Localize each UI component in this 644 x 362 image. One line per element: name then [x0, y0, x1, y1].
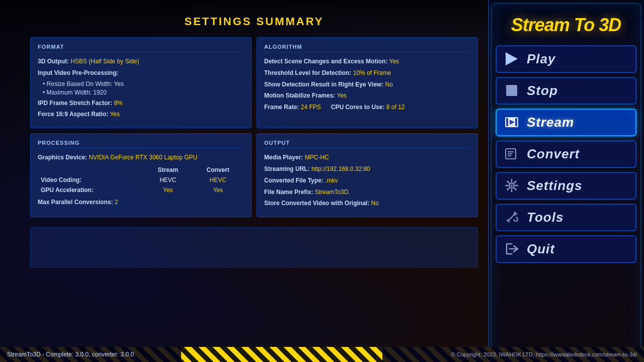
proc-col-convert: Convert — [192, 165, 244, 175]
play-button[interactable]: Play — [496, 45, 636, 73]
processing-card: PROCESSING Graphics Device: NVIDIA GeFor… — [30, 133, 252, 217]
format-force-label: Force 16:9 Aspect Ratio: — [38, 111, 108, 118]
quit-label: Quit — [527, 241, 555, 257]
output-prefix-label: File Name Prefix: — [264, 189, 313, 196]
algorithm-card-title: ALGORITHM — [264, 44, 470, 52]
algo-show-label: Show Detection Result in Right Eye View: — [264, 81, 383, 88]
svg-rect-1 — [506, 118, 508, 126]
convert-label: Convert — [527, 146, 580, 162]
output-store-row: Store Converted Video with Original: No — [264, 199, 470, 208]
format-ipd-label: IPD Frame Stretch Factor: — [38, 100, 112, 107]
algo-threshold-row: Threshold Level for Detection: 10% of Fr… — [264, 69, 470, 77]
proc-maxpar-row: Max Parallel Conversions: 2 — [38, 198, 244, 207]
output-card-title: OUTPUT — [264, 140, 470, 148]
settings-button[interactable]: Settings — [496, 172, 636, 200]
tools-button[interactable]: Tools — [496, 204, 636, 231]
bottom-placeholder — [30, 227, 478, 267]
right-panel: Stream To 3D Play Stop — [488, 0, 644, 362]
output-type-label: Converted File Type: — [264, 177, 324, 184]
algo-motion-label: Motion Stabilize Frames: — [264, 92, 335, 99]
format-output-value: HSBS (Half Side by Side) — [70, 58, 139, 65]
stop-icon — [497, 78, 527, 104]
algo-threshold-label: Threshold Level for Detection: — [264, 69, 351, 76]
algo-detect-value: Yes — [389, 58, 399, 65]
proc-gpu-row: GPU Acceleration: Yes Yes — [38, 185, 244, 195]
algo-detect-row: Detect Scene Changes and Excess Motion: … — [264, 57, 470, 66]
proc-video-row: Video Coding: HEVC HEVC — [38, 175, 244, 185]
algo-cores-value: 8 of 12 — [386, 104, 405, 111]
output-url-value: http://192.168.0.32:80 — [311, 165, 370, 172]
output-prefix-row: File Name Prefix: StreamTo3D. — [264, 188, 470, 197]
processing-card-title: PROCESSING — [38, 140, 244, 148]
output-url-label: Streaming URL: — [264, 165, 310, 172]
tools-label: Tools — [527, 210, 564, 225]
status-bar-left: StreamTo3D - Complete: 3.0.0, converter:… — [0, 347, 181, 362]
output-media-value: MPC-HC — [305, 154, 329, 161]
algo-fps-row: Frame Rate: 24 FPS CPU Cores to Use: 8 o… — [264, 103, 470, 112]
format-force-row: Force 16:9 Aspect Ratio: Yes — [38, 110, 244, 119]
settings-label: Settings — [527, 178, 583, 194]
proc-convert-gpu: Yes — [192, 185, 244, 195]
proc-video-label: Video Coding: — [38, 175, 144, 185]
cards-grid: FORMAT 3D Output: HSBS (Half Side by Sid… — [30, 37, 478, 267]
status-right-text: © Copyright, 2023, IWAHOK LTD, https://i… — [451, 351, 637, 357]
settings-summary-title: SETTINGS SUMMARY — [30, 15, 478, 28]
stop-label: Stop — [527, 83, 558, 99]
format-card: FORMAT 3D Output: HSBS (Half Side by Sid… — [30, 37, 252, 128]
algo-fps-label: Frame Rate: — [264, 104, 299, 111]
output-media-row: Media Player: MPC-HC — [264, 153, 470, 162]
status-bar-right: © Copyright, 2023, IWAHOK LTD, https://i… — [382, 347, 644, 362]
convert-button[interactable]: Convert — [496, 140, 636, 168]
format-preprocessing-label: Input Video Pre-Processing: — [38, 69, 118, 76]
app-title: Stream To 3D — [511, 15, 621, 35]
stream-label: Stream — [527, 115, 574, 130]
algo-motion-value: Yes — [337, 92, 347, 99]
algo-motion-row: Motion Stabilize Frames: Yes — [264, 92, 470, 100]
stop-button[interactable]: Stop — [496, 77, 636, 105]
processing-table: Stream Convert Video Coding: HEVC HEVC G… — [38, 165, 244, 195]
convert-icon — [497, 141, 527, 167]
play-label: Play — [527, 51, 556, 67]
algo-threshold-value: 10% of Frame — [353, 69, 391, 76]
algo-show-row: Show Detection Result in Right Eye View:… — [264, 80, 470, 89]
output-type-value: .mkv — [325, 177, 338, 184]
format-force-value: Yes — [110, 111, 120, 118]
settings-icon — [497, 173, 527, 199]
algo-fps-value: 24 FPS — [301, 104, 321, 111]
left-panel: SETTINGS SUMMARY FORMAT 3D Output: HSBS … — [0, 0, 488, 362]
bullet1-value: Yes — [114, 80, 124, 87]
proc-stream-gpu: Yes — [144, 185, 192, 195]
bullet2-value: 1920 — [93, 89, 107, 96]
proc-device-row: Graphics Device: NVIDIA GeForce RTX 3060… — [38, 153, 244, 162]
bottom-bar: StreamTo3D - Complete: 3.0.0, converter:… — [0, 347, 644, 362]
output-type-row: Converted File Type: .mkv — [264, 176, 470, 185]
tools-icon — [497, 205, 527, 230]
stream-button[interactable]: Stream — [496, 109, 636, 136]
proc-maxpar-value: 2 — [115, 199, 118, 206]
quit-icon — [497, 236, 527, 262]
algo-cores-label: CPU Cores to Use: — [331, 104, 385, 111]
output-store-value: No — [371, 200, 378, 207]
proc-convert-video: HEVC — [192, 175, 244, 185]
stream-icon — [497, 110, 527, 135]
status-left-text: StreamTo3D - Complete: 3.0.0, converter:… — [7, 351, 134, 358]
output-card: OUTPUT Media Player: MPC-HC Streaming UR… — [257, 133, 478, 217]
nav-buttons: Play Stop Stream — [493, 45, 639, 263]
format-bullet1: Resize Based On Width: Yes — [43, 80, 244, 87]
output-url-row: Streaming URL: http://192.168.0.32:80 — [264, 165, 470, 173]
svg-rect-2 — [515, 118, 517, 126]
algo-detect-label: Detect Scene Changes and Excess Motion: — [264, 58, 387, 65]
format-bullets: Resize Based On Width: Yes Maximum Width… — [43, 80, 244, 96]
output-media-label: Media Player: — [264, 154, 303, 161]
proc-gpu-label: GPU Acceleration: — [38, 185, 144, 195]
play-icon — [497, 46, 527, 72]
output-store-label: Store Converted Video with Original: — [264, 200, 369, 207]
proc-device-label: Graphics Device: — [38, 154, 87, 161]
proc-device-value: NVIDIA GeForce RTX 3060 Laptop GPU — [89, 154, 197, 161]
output-prefix-value: StreamTo3D. — [315, 189, 350, 196]
format-ipd-row: IPD Frame Stretch Factor: 8% — [38, 99, 244, 108]
proc-maxpar-label: Max Parallel Conversions: — [38, 199, 113, 206]
format-preprocessing-row: Input Video Pre-Processing: — [38, 69, 244, 77]
svg-point-9 — [511, 185, 513, 187]
quit-button[interactable]: Quit — [496, 235, 636, 263]
